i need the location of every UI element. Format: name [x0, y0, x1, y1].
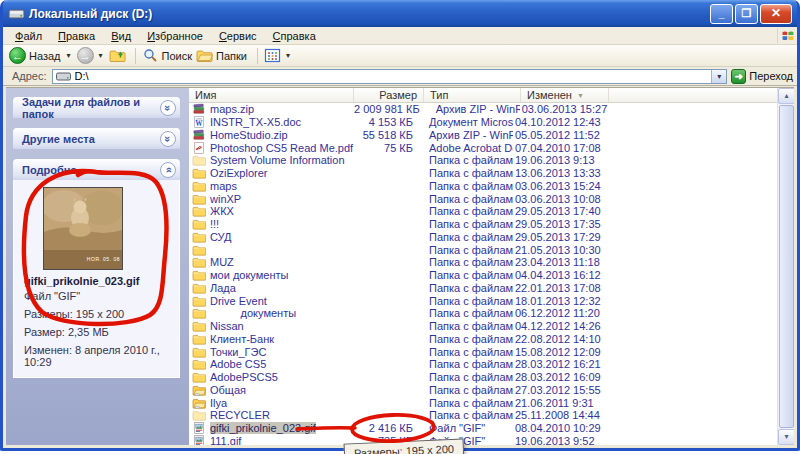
search-button[interactable]: Поиск	[142, 48, 196, 63]
file-name[interactable]: Лада	[207, 282, 354, 294]
file-row[interactable]: ОбщаяПапка с файлами27.03.2012 15:55	[189, 384, 777, 397]
section-header-file-tasks[interactable]: Задачи для файлов и папок »	[13, 97, 180, 118]
up-button[interactable]	[109, 48, 129, 63]
vertical-scrollbar[interactable]: ▴ ▾	[777, 88, 794, 445]
file-type: Папка с файлами	[420, 231, 513, 243]
folder-icon	[192, 180, 207, 192]
menu-tools[interactable]: Сервис	[211, 29, 265, 43]
file-row[interactable]: NissanПапка с файлами04.12.2012 14:26	[189, 320, 777, 333]
file-modified: 03.06.2013 15:27	[520, 103, 777, 115]
minimize-button[interactable]: _	[710, 4, 733, 24]
section-header-other-places[interactable]: Другие места »	[13, 128, 180, 149]
scrollbar-thumb[interactable]	[779, 105, 794, 428]
file-name[interactable]: ЖКХ	[207, 205, 354, 217]
folders-button[interactable]: Папки	[196, 48, 251, 63]
close-button[interactable]: ✕	[760, 4, 792, 24]
section-header-details[interactable]: Подробно »	[13, 159, 180, 180]
file-row[interactable]: ЛадаПапка с файлами22.01.2013 17:08	[189, 282, 777, 295]
file-modified: 19.06.2013 9:52	[513, 435, 777, 445]
file-row[interactable]: Drive EventПапка с файлами18.01.2013 12:…	[189, 294, 777, 307]
maximize-button[interactable]: ❐	[735, 4, 758, 24]
forward-dropdown-icon[interactable]: ▾	[99, 51, 103, 60]
file-row[interactable]: IlyaПапка с файлами21.06.2011 9:31	[189, 396, 777, 409]
file-row[interactable]: ЖКХПапка с файлами29.05.2013 17:40	[189, 205, 777, 218]
file-row[interactable]: OziExplorerПапка с файлами13.06.2013 13:…	[189, 167, 777, 180]
back-label: Назад	[29, 50, 61, 62]
file-row[interactable]: 111.gif735 КБФайл "GIF"19.06.2013 9:52	[189, 435, 777, 446]
file-name[interactable]: Nissan	[207, 320, 354, 332]
menu-help[interactable]: Справка	[265, 29, 324, 43]
file-name[interactable]: СУД	[207, 231, 354, 243]
menu-file[interactable]: Файл	[7, 29, 50, 43]
file-name[interactable]: Общая	[207, 384, 354, 396]
menu-favorites[interactable]: Избранное	[139, 29, 211, 43]
file-row[interactable]: AdobePSCS5Папка с файлами28.03.2012 16:0…	[189, 371, 777, 384]
back-button[interactable]: ← Назад ▾	[9, 47, 77, 64]
file-row[interactable]: Клиент-БанкПапка с файлами22.08.2012 14:…	[189, 333, 777, 346]
file-name[interactable]: AdobePSCS5	[207, 371, 354, 383]
file-row[interactable]: gifki_prikolnie_023.gif2 416 КБФайл "GIF…	[189, 422, 777, 435]
file-row[interactable]: СУДПапка с файлами29.05.2013 17:29	[189, 231, 777, 244]
file-row[interactable]: Точки_ГЭСПапка с файлами15.08.2012 12:09	[189, 345, 777, 358]
drive-icon	[56, 71, 71, 82]
title-bar[interactable]: Локальный диск (D:) _ ❐ ✕	[3, 0, 797, 27]
forward-button[interactable]: → ▾	[77, 47, 109, 64]
list-header: Имя Размер Тип Изменен ▼	[189, 88, 777, 103]
file-name[interactable]: документы	[207, 307, 354, 319]
column-header-size[interactable]: Размер	[354, 88, 424, 102]
column-header-type[interactable]: Тип	[424, 88, 521, 102]
scroll-up-icon[interactable]: ▴	[778, 88, 794, 104]
chevron-up-icon[interactable]: »	[160, 162, 176, 178]
file-name[interactable]: HomeStudio.zip	[207, 129, 354, 141]
file-row[interactable]: Adobe CS5Папка с файлами28.03.2012 16:21	[189, 358, 777, 371]
file-name[interactable]: Drive Event	[207, 295, 354, 307]
file-row[interactable]: winXPПапка с файлами03.06.2013 10:08	[189, 192, 777, 205]
preview-caption: НОЯ. 05. 08	[87, 256, 120, 262]
menu-view[interactable]: Вид	[103, 29, 139, 43]
file-row[interactable]: MUZПапка с файлами23.04.2013 11:18	[189, 256, 777, 269]
file-name[interactable]: Клиент-Банк	[207, 333, 354, 345]
file-name[interactable]: Точки_ГЭС	[207, 346, 354, 358]
file-name[interactable]: gifki_prikolnie_023.gif	[207, 422, 354, 434]
file-row[interactable]: System Volume InformationПапка с файлами…	[189, 154, 777, 167]
gif-icon	[192, 422, 207, 434]
task-pane: Задачи для файлов и папок » Другие места…	[6, 88, 189, 445]
file-row[interactable]: mapsПапка с файлами03.06.2013 15:24	[189, 180, 777, 193]
file-name[interactable]: Ilya	[207, 397, 354, 409]
file-name[interactable]: !!!	[207, 218, 354, 230]
file-row[interactable]: WINSTR_TX-X5.doc4 153 КБДокумент Microso…	[189, 116, 777, 129]
file-name[interactable]: INSTR_TX-X5.doc	[207, 116, 354, 128]
chevron-down-icon[interactable]: »	[160, 100, 176, 116]
file-name[interactable]: Adobe CS5	[207, 358, 354, 370]
go-button[interactable]: ➜ Переход	[731, 69, 793, 84]
file-name[interactable]: мои документы	[207, 269, 354, 281]
scroll-down-icon[interactable]: ▾	[778, 429, 794, 445]
chevron-down-icon[interactable]: »	[160, 131, 176, 147]
folder-icon	[192, 256, 207, 268]
column-header-name[interactable]: Имя	[189, 88, 354, 102]
file-name[interactable]: System Volume Information	[207, 154, 354, 166]
file-name[interactable]: maps	[207, 180, 354, 192]
file-row[interactable]: Photoshop CS5 Read Me.pdf75 КБAdobe Acro…	[189, 141, 777, 154]
file-name[interactable]: Photoshop CS5 Read Me.pdf	[207, 142, 354, 154]
menu-edit[interactable]: Правка	[50, 29, 103, 43]
file-name[interactable]: MUZ	[207, 256, 354, 268]
file-name[interactable]: RECYCLER	[207, 409, 354, 421]
column-header-modified[interactable]: Изменен ▼	[521, 88, 609, 102]
file-row[interactable]: RECYCLERПапка с файлами25.11.2008 14:44	[189, 409, 777, 422]
file-name[interactable]: 111.gif	[207, 435, 354, 445]
views-button[interactable]: ▾	[264, 48, 296, 63]
file-name[interactable]: winXP	[207, 193, 354, 205]
file-row[interactable]: мои документыПапка с файлами04.04.2013 1…	[189, 269, 777, 282]
file-name[interactable]: maps.zip	[207, 103, 354, 115]
file-row[interactable]: HomeStudio.zip55 518 КБАрхив ZIP - WinRA…	[189, 129, 777, 142]
file-row[interactable]: Папка с файлами21.05.2013 10:30	[189, 243, 777, 256]
views-dropdown-icon[interactable]: ▾	[286, 51, 290, 60]
file-row[interactable]: maps.zip2 009 981 КБАрхив ZIP - WinRAR03…	[189, 103, 777, 116]
file-name[interactable]: OziExplorer	[207, 167, 354, 179]
address-input[interactable]: D:\ ▾	[52, 69, 728, 84]
file-row[interactable]: !!!Папка с файлами29.05.2013 17:35	[189, 218, 777, 231]
address-dropdown-icon[interactable]: ▾	[711, 70, 726, 83]
back-dropdown-icon[interactable]: ▾	[67, 51, 71, 60]
file-row[interactable]: документыПапка с файлами06.12.2012 11:20	[189, 307, 777, 320]
